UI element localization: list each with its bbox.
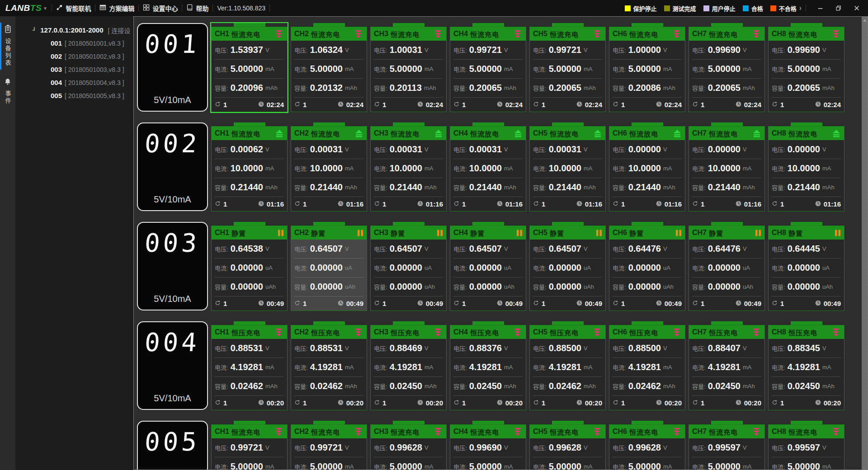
tree-root-node[interactable]: ┛ 127.0.0.1:2001-2000 [ 连接设	[15, 24, 133, 37]
channel-card[interactable]: CH7 恒流充电 电压: 0.99690 V 电	[689, 23, 765, 112]
channel-card[interactable]: CH3 静置 电压: 0.64507 V 电流:	[370, 222, 447, 311]
channel-card[interactable]: CH4 恒流充电 电压: 0.99721 V 电	[450, 23, 526, 112]
elapsed-time: 01:16	[505, 200, 523, 208]
channel-card[interactable]: CH1 恒流充电 电压: 1.53937 V 电	[211, 23, 288, 112]
minimize-button[interactable]	[817, 5, 824, 11]
channel-name: CH4	[453, 229, 468, 237]
battery-tab	[552, 321, 584, 325]
legend-color-swatch	[743, 5, 749, 11]
channel-card[interactable]: CH2 恒流充电 电压: 1.06324 V 电	[291, 23, 367, 112]
loop-icon	[294, 101, 300, 109]
channel-card[interactable]: CH5 恒流充电 电压: 0.99721 V 电	[529, 23, 606, 112]
channel-card[interactable]: CH4 恒压充电 电压: 0.88376 V 电	[450, 321, 526, 410]
channel-card[interactable]: CH5 恒流放电 电压: 0.00031 V 电	[529, 122, 606, 212]
elapsed-time: 00:49	[665, 300, 682, 307]
battery-tab	[393, 122, 425, 126]
voltage-unit: V	[345, 444, 349, 451]
channel-card[interactable]: CH6 静置 电压: 0.64476 V 电流:	[609, 222, 685, 311]
channel-card[interactable]: CH3 恒流充电 电压: 1.00031 V 电	[370, 23, 447, 112]
tree-item-device[interactable]: 002 [ 20180501002,v8.3 ]	[15, 50, 133, 63]
channel-card[interactable]: CH5 恒压充电 电压: 0.88500 V 电	[529, 321, 606, 410]
channel-card[interactable]: CH4 静置 电压: 0.64507 V 电流:	[450, 222, 526, 311]
voltage-value: 1.00000	[628, 45, 661, 55]
channel-card[interactable]: CH3 恒压充电 电压: 0.88469 V 电	[370, 321, 447, 410]
device-spec: 5V/10mA	[154, 393, 191, 404]
loop-icon	[692, 399, 698, 407]
channel-card[interactable]: CH3 恒流充电 电压: 0.99628 V 电	[370, 421, 447, 470]
channel-card[interactable]: CH8 恒流充电 电压: 0.99690 V 电	[768, 23, 844, 112]
capacity-value: 0.02450	[390, 381, 422, 391]
scroll-up-arrow-icon[interactable]	[863, 19, 867, 22]
device-tree-panel: ┛ 127.0.0.1:2001-2000 [ 连接设 001 [ 201805…	[15, 16, 133, 470]
sidebar-tab-events[interactable]: 事件	[0, 74, 15, 112]
channel-card[interactable]: CH7 恒流充电 电压: 0.99597 V 电	[689, 421, 765, 470]
channel-name: CH8	[772, 30, 786, 38]
vertical-scrollbar[interactable]	[862, 17, 868, 470]
app-logo[interactable]: LANBTS ▼	[5, 3, 47, 13]
tree-item-device[interactable]: 003 [ 20180501003,v8.3 ]	[15, 63, 133, 76]
channel-card[interactable]: CH6 恒流充电 电压: 0.99628 V 电	[609, 421, 685, 470]
device-card[interactable]: 001 5V/10mA	[137, 23, 208, 112]
channel-name: CH4	[453, 129, 468, 137]
channel-header: CH8 恒流充电	[769, 425, 844, 438]
channel-card[interactable]: CH8 恒流放电 电压: 0.00000 V 电	[768, 122, 844, 212]
channel-card[interactable]: CH2 恒压充电 电压: 0.88531 V 电	[291, 321, 367, 410]
device-card[interactable]: 004 5V/10mA	[137, 321, 208, 410]
tree-item-device[interactable]: 001 [ 20180501001,v8.3 ]	[15, 37, 133, 50]
channel-card[interactable]: CH8 静置 电压: 0.64445 V 电流:	[768, 222, 844, 311]
channel-footer: 1 00:20	[453, 396, 523, 410]
elapsed-time: 00:49	[744, 300, 761, 307]
channel-header: CH4 恒流充电	[450, 27, 526, 41]
channel-card[interactable]: CH7 恒流放电 电压: 0.00000 V 电	[689, 122, 765, 212]
legend-overflow-chevron-icon[interactable]: ›	[799, 4, 802, 12]
channel-footer: 1 00:49	[692, 296, 761, 310]
voltage-label: 电压:	[294, 46, 308, 54]
channel-card[interactable]: CH5 恒流充电 电压: 0.99628 V 电	[529, 421, 606, 470]
tree-item-device[interactable]: 005 [ 20180501005,v8.3 ]	[15, 89, 133, 102]
close-button[interactable]	[854, 5, 860, 11]
current-row: 电流: 10.0000 mA	[215, 159, 284, 178]
voltage-value: 0.88531	[231, 343, 263, 353]
elapsed-time: 02:24	[426, 101, 443, 108]
channel-card[interactable]: CH7 静置 电压: 0.64476 V 电流:	[689, 222, 765, 311]
menu-item-settings-center[interactable]: 设置中心	[143, 4, 178, 13]
current-value: 10.0000	[708, 163, 741, 174]
voltage-value: 0.64507	[390, 244, 422, 254]
channel-card[interactable]: CH7 恒压充电 电压: 0.88407 V 电	[689, 321, 765, 410]
restore-button[interactable]	[835, 5, 842, 11]
loop-count: 1	[303, 101, 307, 108]
channel-card[interactable]: CH6 恒流放电 电压: 0.00000 V 电	[609, 122, 685, 212]
channel-card[interactable]: CH1 恒流充电 电压: 0.99721 V 电	[211, 421, 288, 470]
channel-card[interactable]: CH1 静置 电压: 0.64538 V 电流:	[211, 222, 288, 311]
channel-card[interactable]: CH4 恒流放电 电压: 0.00031 V 电	[450, 122, 526, 212]
tree-item-device[interactable]: 004 [ 20180501004,v8.3 ]	[15, 76, 133, 89]
voltage-value: 0.00031	[549, 144, 581, 155]
capacity-label: 容量:	[533, 382, 547, 390]
tree-item-id: 001	[51, 39, 62, 47]
loop-count: 1	[382, 399, 386, 407]
channel-card[interactable]: CH1 恒压充电 电压: 0.88531 V 电	[211, 321, 288, 410]
device-card[interactable]: 002 5V/10mA	[137, 122, 208, 211]
sidebar-tab-device-list[interactable]: 设备列表	[0, 21, 15, 74]
tree-collapse-icon[interactable]: ┛	[33, 27, 36, 33]
channel-card[interactable]: CH3 恒流放电 电压: 0.00031 V 电	[370, 122, 447, 212]
menu-item-help[interactable]: 帮助	[186, 4, 208, 13]
voltage-row: 电压: 0.64445 V	[772, 240, 841, 258]
current-row: 电流: 10.0000 mA	[374, 159, 443, 178]
device-card[interactable]: 003 5V/10mA	[137, 222, 208, 310]
menu-item-plan-edit[interactable]: 方案编辑	[99, 4, 134, 13]
channel-card[interactable]: CH2 恒流充电 电压: 0.99721 V 电	[291, 421, 367, 470]
charge-icon	[354, 30, 363, 38]
channel-card[interactable]: CH6 恒流充电 电压: 1.00000 V 电	[609, 23, 685, 112]
capacity-unit: mAh	[743, 85, 755, 91]
menu-item-smart-link[interactable]: 智能联机	[56, 4, 91, 13]
device-card[interactable]: 005 5V/10mA	[137, 421, 208, 470]
channel-card[interactable]: CH8 恒流充电 电压: 0.99597 V 电	[768, 421, 844, 470]
channel-card[interactable]: CH1 恒流放电 电压: 0.00062 V 电	[211, 122, 288, 212]
channel-card[interactable]: CH2 静置 电压: 0.64507 V 电流:	[291, 222, 367, 311]
channel-card[interactable]: CH8 恒压充电 电压: 0.88345 V 电	[768, 321, 844, 410]
channel-card[interactable]: CH4 恒流充电 电压: 0.99690 V 电	[450, 421, 526, 470]
channel-card[interactable]: CH5 静置 电压: 0.64507 V 电流:	[529, 222, 606, 311]
channel-card[interactable]: CH2 恒流放电 电压: 0.00031 V 电	[291, 122, 367, 212]
channel-card[interactable]: CH6 恒压充电 电压: 0.88500 V 电	[609, 321, 685, 410]
